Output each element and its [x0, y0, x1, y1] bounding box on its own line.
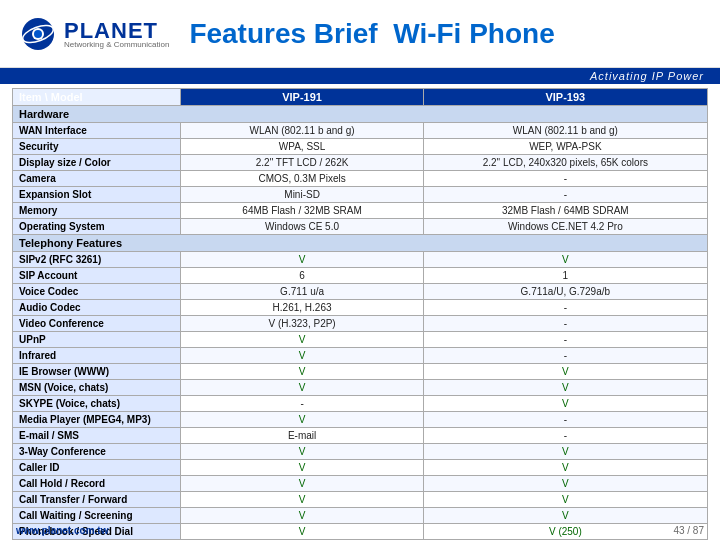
table-row: Memory64MB Flash / 32MB SRAM32MB Flash /… [13, 203, 708, 219]
table-row: Caller IDVV [13, 460, 708, 476]
row-vip193-value: - [423, 412, 707, 428]
row-vip191-value: CMOS, 0.3M Pixels [181, 171, 423, 187]
row-vip193-value: V [423, 444, 707, 460]
row-vip191-value: V [181, 412, 423, 428]
row-vip193-value: V [423, 396, 707, 412]
table-row: Call Hold / RecordVV [13, 476, 708, 492]
row-vip193-value: V [423, 364, 707, 380]
table-row: UPnPV- [13, 332, 708, 348]
row-vip193-value: WLAN (802.11 b and g) [423, 123, 707, 139]
table-row: Voice CodecG.711 u/aG.711a/U, G.729a/b [13, 284, 708, 300]
row-vip191-value: V [181, 332, 423, 348]
row-vip193-value: 1 [423, 268, 707, 284]
row-item-label: Video Conference [13, 316, 181, 332]
footer: www.planet.com.tw 43 / 87 [0, 525, 720, 536]
row-vip193-value: WEP, WPA-PSK [423, 139, 707, 155]
row-vip191-value: V [181, 492, 423, 508]
row-item-label: Security [13, 139, 181, 155]
row-vip193-value: 2.2" LCD, 240x320 pixels, 65K colors [423, 155, 707, 171]
table-row: SIP Account61 [13, 268, 708, 284]
table-row: Video ConferenceV (H.323, P2P)- [13, 316, 708, 332]
row-vip191-value: V [181, 364, 423, 380]
row-vip193-value: - [423, 316, 707, 332]
col-header-item: Item \ Model [13, 89, 181, 106]
section-header-row: Telephony Features [13, 235, 708, 252]
row-vip191-value: V [181, 460, 423, 476]
row-item-label: Operating System [13, 219, 181, 235]
row-vip191-value: V [181, 252, 423, 268]
row-vip193-value: G.711a/U, G.729a/b [423, 284, 707, 300]
header: PLANET Networking & Communication Featur… [0, 0, 720, 68]
page: PLANET Networking & Communication Featur… [0, 0, 720, 540]
table-row: CameraCMOS, 0.3M Pixels- [13, 171, 708, 187]
row-vip191-value: WPA, SSL [181, 139, 423, 155]
row-vip191-value: G.711 u/a [181, 284, 423, 300]
row-vip193-value: - [423, 171, 707, 187]
row-item-label: Camera [13, 171, 181, 187]
row-vip191-value: WLAN (802.11 b and g) [181, 123, 423, 139]
logo-text-group: PLANET Networking & Communication [64, 18, 169, 49]
table-row: Display size / Color2.2" TFT LCD / 262K2… [13, 155, 708, 171]
row-vip191-value: Mini-SD [181, 187, 423, 203]
row-item-label: Audio Codec [13, 300, 181, 316]
row-vip191-value: V [181, 380, 423, 396]
row-vip193-value: V [423, 380, 707, 396]
row-vip193-value: - [423, 332, 707, 348]
features-table: Item \ Model VIP-191 VIP-193 HardwareWAN… [12, 88, 708, 540]
row-vip193-value: - [423, 187, 707, 203]
section-header-row: Hardware [13, 106, 708, 123]
footer-website: www.planet.com.tw [16, 525, 108, 536]
table-header-row: Item \ Model VIP-191 VIP-193 [13, 89, 708, 106]
row-vip191-value: V [181, 508, 423, 524]
row-vip193-value: Windows CE.NET 4.2 Pro [423, 219, 707, 235]
table-row: InfraredV- [13, 348, 708, 364]
row-item-label: Call Hold / Record [13, 476, 181, 492]
page-title: Features Brief Wi-Fi Phone [189, 18, 554, 50]
row-item-label: SIPv2 (RFC 3261) [13, 252, 181, 268]
row-vip191-value: - [181, 396, 423, 412]
table-row: MSN (Voice, chats)VV [13, 380, 708, 396]
row-vip193-value: - [423, 348, 707, 364]
row-vip191-value: V [181, 444, 423, 460]
planet-logo-icon [20, 16, 56, 52]
row-item-label: Expansion Slot [13, 187, 181, 203]
table-row: Call Waiting / ScreeningVV [13, 508, 708, 524]
title-plain: Features Brief [189, 18, 377, 49]
row-vip191-value: V (H.323, P2P) [181, 316, 423, 332]
table-row: Operating SystemWindows CE 5.0Windows CE… [13, 219, 708, 235]
row-vip191-value: 6 [181, 268, 423, 284]
row-item-label: Display size / Color [13, 155, 181, 171]
table-row: SecurityWPA, SSLWEP, WPA-PSK [13, 139, 708, 155]
table-row: Expansion SlotMini-SD- [13, 187, 708, 203]
row-item-label: Voice Codec [13, 284, 181, 300]
col-header-vip191: VIP-191 [181, 89, 423, 106]
table-row: Media Player (MPEG4, MP3)V- [13, 412, 708, 428]
svg-point-3 [34, 30, 42, 38]
footer-page: 43 / 87 [673, 525, 704, 536]
row-item-label: Call Transfer / Forward [13, 492, 181, 508]
col-header-vip193: VIP-193 [423, 89, 707, 106]
row-item-label: E-mail / SMS [13, 428, 181, 444]
row-vip193-value: - [423, 428, 707, 444]
row-item-label: SKYPE (Voice, chats) [13, 396, 181, 412]
row-vip193-value: V [423, 492, 707, 508]
row-vip193-value: V [423, 476, 707, 492]
activating-text: Activating IP Power [590, 70, 704, 82]
features-table-container: Item \ Model VIP-191 VIP-193 HardwareWAN… [0, 84, 720, 540]
table-row: Call Transfer / ForwardVV [13, 492, 708, 508]
row-item-label: Call Waiting / Screening [13, 508, 181, 524]
row-item-label: SIP Account [13, 268, 181, 284]
row-item-label: MSN (Voice, chats) [13, 380, 181, 396]
row-vip191-value: V [181, 476, 423, 492]
table-row: WAN InterfaceWLAN (802.11 b and g)WLAN (… [13, 123, 708, 139]
table-row: IE Browser (WWW)VV [13, 364, 708, 380]
row-item-label: Memory [13, 203, 181, 219]
table-row: SIPv2 (RFC 3261)VV [13, 252, 708, 268]
table-row: E-mail / SMSE-mail- [13, 428, 708, 444]
row-item-label: WAN Interface [13, 123, 181, 139]
table-row: SKYPE (Voice, chats)-V [13, 396, 708, 412]
row-vip193-value: V [423, 460, 707, 476]
row-item-label: IE Browser (WWW) [13, 364, 181, 380]
row-item-label: Infrared [13, 348, 181, 364]
row-vip191-value: H.261, H.263 [181, 300, 423, 316]
